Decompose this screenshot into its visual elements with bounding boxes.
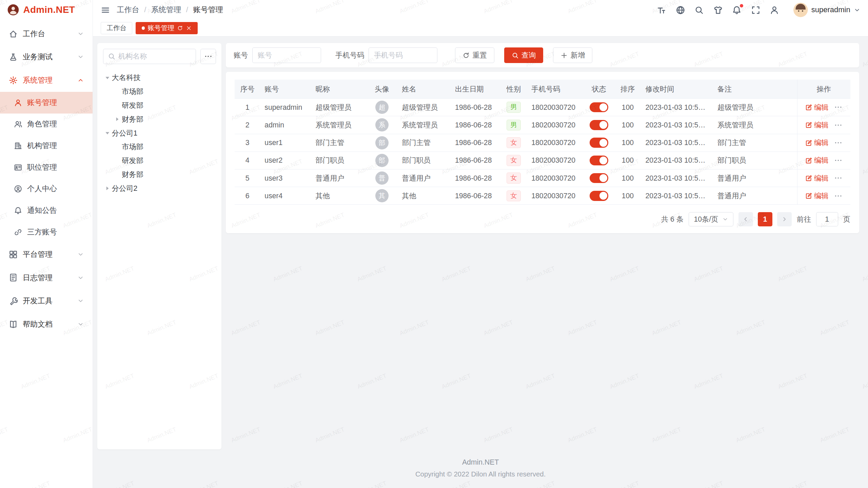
sidebar-item-third-account[interactable]: 三方账号 <box>0 221 93 243</box>
status-toggle[interactable] <box>590 156 609 165</box>
sidebar-item-system-mgmt[interactable]: 系统管理 <box>0 68 93 92</box>
cell-name: 超级管理员 <box>397 99 451 116</box>
logo[interactable]: Admin.NET <box>0 0 93 20</box>
sidebar-item-account-mgmt[interactable]: 账号管理 <box>0 92 93 114</box>
cell-sort: 100 <box>614 151 641 169</box>
theme-icon[interactable] <box>713 5 723 15</box>
org-more-button[interactable] <box>200 49 216 64</box>
cell-modified: 2023-01-03 10:59:44 <box>641 187 713 205</box>
language-icon[interactable] <box>676 5 685 15</box>
sidebar-item-role-mgmt[interactable]: 角色管理 <box>0 114 93 135</box>
org-search-input[interactable] <box>118 52 191 60</box>
tree-node[interactable]: 分公司1 <box>103 126 216 140</box>
sidebar-item-position-mgmt[interactable]: 职位管理 <box>0 157 93 178</box>
tab-workbench[interactable]: 工作台 <box>101 22 132 34</box>
status-toggle[interactable] <box>590 120 609 130</box>
font-size-icon[interactable] <box>657 5 666 15</box>
edit-button[interactable]: 编辑 <box>805 191 829 201</box>
cell-name: 部门主管 <box>397 134 451 151</box>
chevron-up-icon <box>77 77 84 84</box>
breadcrumb-item[interactable]: 账号管理 <box>193 5 223 15</box>
account-input[interactable] <box>252 47 321 63</box>
tree-node[interactable]: 财务部 <box>103 168 216 182</box>
caret-down-icon[interactable] <box>103 75 112 81</box>
tree-node[interactable]: 分公司2 <box>103 181 216 195</box>
search-icon[interactable] <box>694 5 704 15</box>
breadcrumb-item[interactable]: 工作台 <box>117 5 139 15</box>
tree-node[interactable]: 财务部 <box>103 112 216 126</box>
sidebar-item-workbench[interactable]: 工作台 <box>0 22 93 45</box>
tree-node[interactable]: 研发部 <box>103 154 216 168</box>
sidebar-item-platform-mgmt[interactable]: 平台管理 <box>0 243 93 266</box>
add-button[interactable]: 新增 <box>553 47 592 63</box>
org-search[interactable] <box>103 49 196 64</box>
cell-gender: 女 <box>500 151 527 169</box>
profile-icon[interactable] <box>770 5 779 15</box>
cell-sort: 100 <box>614 169 641 187</box>
sidebar-item-business-test[interactable]: 业务测试 <box>0 45 93 69</box>
status-toggle[interactable] <box>590 138 609 147</box>
gender-badge: 女 <box>507 137 520 148</box>
row-more-button[interactable] <box>834 174 842 182</box>
user-menu[interactable]: superadmin <box>793 3 860 17</box>
caret-down-icon[interactable] <box>103 130 112 137</box>
edit-button[interactable]: 编辑 <box>805 174 829 183</box>
notification-icon[interactable] <box>732 5 742 15</box>
cell-birth: 1986-06-28 <box>451 116 500 134</box>
page-size-select[interactable]: 10条/页 <box>689 212 734 226</box>
edit-icon <box>805 157 812 164</box>
phone-input[interactable] <box>369 47 437 63</box>
edit-button[interactable]: 编辑 <box>805 120 829 130</box>
row-more-button[interactable] <box>834 156 842 164</box>
row-more-button[interactable] <box>834 139 842 147</box>
tab-refresh-icon[interactable] <box>177 25 183 31</box>
cell-nickname: 部门主管 <box>311 134 366 151</box>
sidebar-item-help-docs[interactable]: 帮助文档 <box>0 312 93 336</box>
reset-button[interactable]: 重置 <box>455 47 494 63</box>
cell-account: user1 <box>260 134 311 151</box>
hamburger-icon[interactable] <box>101 5 110 15</box>
chevron-down-icon <box>854 7 861 14</box>
status-toggle[interactable] <box>590 102 609 112</box>
cell-phone: 18020030720 <box>527 169 584 187</box>
page-1-button[interactable]: 1 <box>758 212 772 226</box>
column-header-account: 账号 <box>260 80 311 99</box>
tab-close-icon[interactable] <box>186 25 192 31</box>
caret-right-icon[interactable] <box>113 116 122 123</box>
toggle-knob <box>599 157 607 164</box>
badge-icon <box>14 163 22 171</box>
row-avatar: 部 <box>375 154 389 167</box>
row-more-button[interactable] <box>834 121 842 129</box>
cell-remark: 普通用户 <box>713 187 797 205</box>
goto-page-input[interactable] <box>816 212 838 226</box>
sidebar-item-notice[interactable]: 通知公告 <box>0 200 93 221</box>
page-footer: Admin.NET Copyright © 2022 Dilon All rig… <box>93 449 868 488</box>
fullscreen-icon[interactable] <box>751 5 761 15</box>
row-more-button[interactable] <box>834 192 842 200</box>
sidebar-item-org-mgmt[interactable]: 机构管理 <box>0 135 93 157</box>
tree-node[interactable]: 研发部 <box>103 99 216 113</box>
status-toggle[interactable] <box>590 173 609 183</box>
tool-icon <box>9 297 18 305</box>
cell-sort: 100 <box>614 99 641 116</box>
tree-node[interactable]: 大名科技 <box>103 71 216 85</box>
column-header-gender: 性别 <box>500 80 527 99</box>
tree-node[interactable]: 市场部 <box>103 140 216 154</box>
breadcrumb-item[interactable]: 系统管理 <box>151 5 181 15</box>
edit-button[interactable]: 编辑 <box>805 156 829 165</box>
sidebar-item-profile-center[interactable]: 个人中心 <box>0 178 93 200</box>
sidebar-item-log-mgmt[interactable]: 日志管理 <box>0 266 93 289</box>
edit-button[interactable]: 编辑 <box>805 138 829 147</box>
sidebar-item-dev-tools[interactable]: 开发工具 <box>0 289 93 313</box>
caret-right-icon[interactable] <box>103 185 112 192</box>
bell-icon <box>14 206 22 215</box>
edit-button[interactable]: 编辑 <box>805 103 829 112</box>
tab-account-mgmt[interactable]: 账号管理 <box>136 22 198 34</box>
prev-page-button[interactable] <box>738 212 753 226</box>
search-button[interactable]: 查询 <box>504 47 543 63</box>
row-more-button[interactable] <box>834 103 842 111</box>
next-page-button[interactable] <box>777 212 791 226</box>
tree-node-label: 研发部 <box>122 156 143 165</box>
status-toggle[interactable] <box>590 191 609 201</box>
tree-node[interactable]: 市场部 <box>103 85 216 99</box>
